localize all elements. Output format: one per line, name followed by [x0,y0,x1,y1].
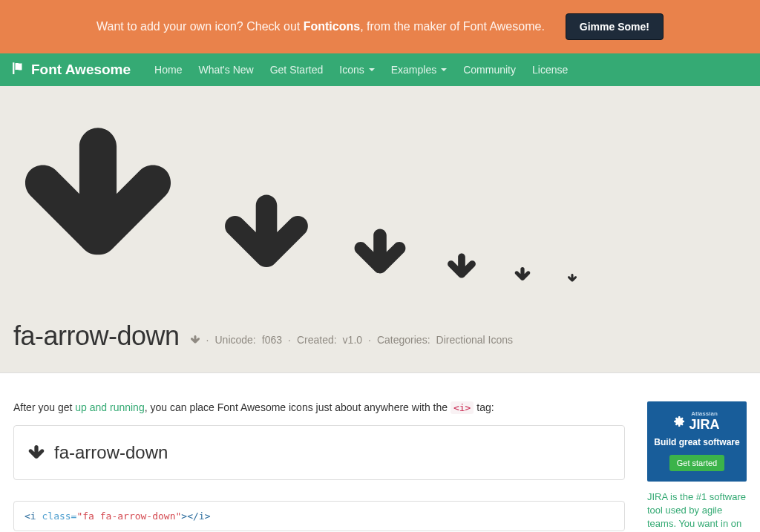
icon-size-row [13,114,747,283]
meta-sep: · [288,334,291,346]
code-block: <i class="fa fa-arrow-down"></i> [13,501,625,531]
code-token: "fa fa-arrow-down" [76,510,181,522]
meta-sep: · [368,334,371,346]
arrow-down-icon [567,273,577,283]
ad-tagline: Build great software [653,437,741,447]
promo-brand: Fonticons [304,20,360,33]
up-and-running-link[interactable]: up and running [75,401,144,413]
nav-home[interactable]: Home [154,64,182,76]
arrow-down-icon [445,251,478,283]
nav-label: Get Started [270,64,324,76]
nav-label: What's New [198,64,253,76]
nav-whats-new[interactable]: What's New [198,64,253,76]
promo-cta-button[interactable]: Gimme Some! [566,13,664,40]
title-row: fa-arrow-down · Unicode: f063 · Created:… [13,321,747,352]
meta-created-label: Created: [297,334,337,346]
example-label: fa-arrow-down [54,442,168,463]
icon-meta: · Unicode: f063 · Created: v1.0 · Catego… [190,334,513,346]
nav-label: Home [154,64,182,76]
arrow-down-icon [190,335,200,345]
arrow-down-icon [13,114,183,283]
nav-community[interactable]: Community [463,64,516,76]
ad-card[interactable]: Atlassian JIRA Build great software Get … [647,401,747,482]
promo-banner: Want to add your own icon? Check out Fon… [0,0,760,53]
meta-unicode-label: Unicode: [214,334,255,346]
nav-label: Examples [391,64,436,76]
nav-get-started[interactable]: Get Started [270,64,324,76]
main-column: After you get up and running, you can pl… [13,401,625,532]
brand-text: Font Awesome [31,62,131,78]
inline-code: <i> [451,401,474,414]
ad-super: Atlassian [689,410,719,417]
meta-categories-label: Categories: [377,334,430,346]
main-nav: Font Awesome Home What's New Get Started… [0,53,760,86]
sidebar: Atlassian JIRA Build great software Get … [647,401,747,532]
ad-logo-text: JIRA [689,417,719,432]
code-token: ></i> [181,510,210,522]
nav-license[interactable]: License [532,64,568,76]
ad-cta-button[interactable]: Get started [669,455,724,471]
content-wrap: After you get up and running, you can pl… [0,373,760,532]
intro-text: After you get up and running, you can pl… [13,401,625,413]
example-preview: fa-arrow-down [13,425,625,480]
meta-created-value: v1.0 [343,334,362,346]
brand-link[interactable]: Font Awesome [12,62,131,79]
intro-suffix: tag: [474,401,494,413]
code-token: class= [42,510,76,522]
gear-icon [674,416,686,427]
intro-mid: , you can place Font Awesome icons just … [145,401,451,413]
ad-logo: Atlassian JIRA [653,410,741,433]
intro-prefix: After you get [13,401,75,413]
chevron-down-icon [369,68,375,71]
arrow-down-icon [350,224,410,283]
promo-suffix: , from the maker of Font Awesome. [360,20,545,33]
chevron-down-icon [441,68,447,71]
page-title: fa-arrow-down [13,321,180,352]
arrow-down-icon [218,187,315,283]
promo-message: Want to add your own icon? Check out Fon… [96,20,545,33]
promo-prefix: Want to add your own icon? Check out [96,20,304,33]
nav-icons[interactable]: Icons [339,64,374,76]
meta-categories-value: Directional Icons [436,334,514,346]
nav-examples[interactable]: Examples [391,64,447,76]
flag-icon [12,62,25,79]
icon-hero: fa-arrow-down · Unicode: f063 · Created:… [0,86,760,373]
nav-label: Icons [339,64,364,76]
meta-unicode-value: f063 [262,334,282,346]
meta-sep: · [206,334,209,346]
code-token: <i [24,510,36,522]
nav-label: Community [463,64,516,76]
arrow-down-icon [514,266,531,283]
ad-blurb[interactable]: JIRA is the #1 software tool used by agi… [647,490,747,532]
arrow-down-icon [27,444,45,462]
nav-label: License [532,64,568,76]
